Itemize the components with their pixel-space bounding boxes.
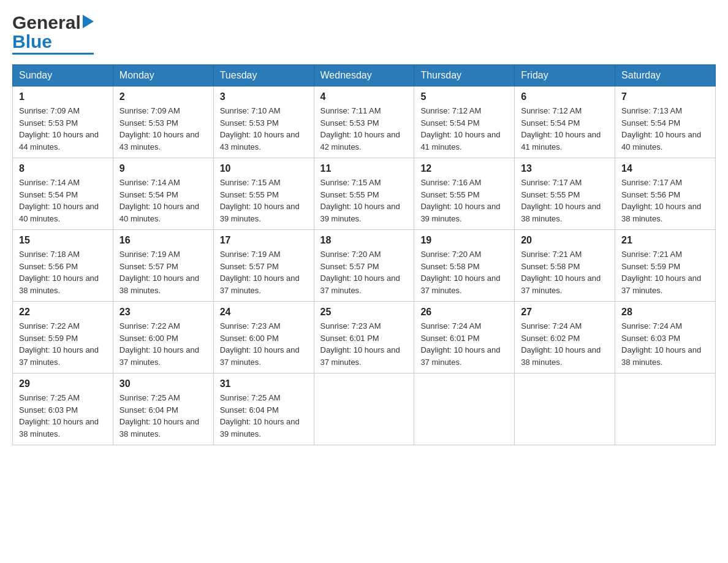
table-row — [615, 373, 716, 445]
table-row: 13 Sunrise: 7:17 AMSunset: 5:55 PMDaylig… — [515, 158, 615, 230]
day-number: 19 — [420, 235, 508, 246]
table-row — [515, 373, 615, 445]
day-info: Sunrise: 7:25 AMSunset: 6:04 PMDaylight:… — [220, 393, 300, 439]
logo-general-text: General — [12, 12, 81, 33]
table-row: 29 Sunrise: 7:25 AMSunset: 6:03 PMDaylig… — [13, 373, 113, 445]
day-info: Sunrise: 7:11 AMSunset: 5:53 PMDaylight:… — [320, 106, 400, 151]
svg-marker-0 — [83, 15, 94, 28]
table-row: 14 Sunrise: 7:17 AMSunset: 5:56 PMDaylig… — [615, 158, 716, 230]
table-row — [314, 373, 414, 445]
day-info: Sunrise: 7:09 AMSunset: 5:53 PMDaylight:… — [19, 106, 99, 151]
logo-blue-text: Blue — [12, 31, 52, 52]
day-info: Sunrise: 7:15 AMSunset: 5:55 PMDaylight:… — [320, 178, 400, 223]
calendar-week-row: 15 Sunrise: 7:18 AMSunset: 5:56 PMDaylig… — [13, 230, 716, 302]
logo-underline — [12, 53, 94, 55]
day-number: 17 — [220, 235, 308, 246]
day-info: Sunrise: 7:12 AMSunset: 5:54 PMDaylight:… — [521, 106, 601, 151]
day-number: 6 — [521, 91, 609, 102]
day-number: 5 — [420, 91, 508, 102]
day-info: Sunrise: 7:21 AMSunset: 5:59 PMDaylight:… — [621, 250, 701, 295]
header-sunday: Sunday — [13, 65, 113, 86]
calendar-week-row: 8 Sunrise: 7:14 AMSunset: 5:54 PMDayligh… — [13, 158, 716, 230]
day-number: 28 — [621, 307, 709, 318]
day-number: 15 — [19, 235, 107, 246]
table-row: 21 Sunrise: 7:21 AMSunset: 5:59 PMDaylig… — [615, 230, 716, 302]
table-row: 31 Sunrise: 7:25 AMSunset: 6:04 PMDaylig… — [213, 373, 314, 445]
table-row: 7 Sunrise: 7:13 AMSunset: 5:54 PMDayligh… — [615, 86, 716, 158]
day-info: Sunrise: 7:15 AMSunset: 5:55 PMDaylight:… — [220, 178, 300, 223]
day-number: 18 — [320, 235, 408, 246]
header-saturday: Saturday — [615, 65, 716, 86]
day-number: 22 — [19, 307, 107, 318]
day-info: Sunrise: 7:20 AMSunset: 5:57 PMDaylight:… — [320, 250, 400, 295]
day-number: 20 — [521, 235, 609, 246]
day-info: Sunrise: 7:09 AMSunset: 5:53 PMDaylight:… — [119, 106, 199, 151]
day-number: 9 — [119, 163, 207, 174]
page-header: General Blue — [12, 12, 716, 55]
header-thursday: Thursday — [414, 65, 515, 86]
table-row: 24 Sunrise: 7:23 AMSunset: 6:00 PMDaylig… — [213, 302, 314, 373]
day-info: Sunrise: 7:19 AMSunset: 5:57 PMDaylight:… — [220, 250, 300, 295]
day-number: 24 — [220, 307, 308, 318]
day-number: 31 — [220, 378, 308, 389]
table-row: 4 Sunrise: 7:11 AMSunset: 5:53 PMDayligh… — [314, 86, 414, 158]
day-info: Sunrise: 7:16 AMSunset: 5:55 PMDaylight:… — [420, 178, 500, 223]
day-number: 30 — [119, 378, 207, 389]
day-number: 12 — [420, 163, 508, 174]
table-row: 2 Sunrise: 7:09 AMSunset: 5:53 PMDayligh… — [113, 86, 213, 158]
table-row: 5 Sunrise: 7:12 AMSunset: 5:54 PMDayligh… — [414, 86, 515, 158]
day-info: Sunrise: 7:23 AMSunset: 6:00 PMDaylight:… — [220, 321, 300, 367]
day-info: Sunrise: 7:14 AMSunset: 5:54 PMDaylight:… — [119, 178, 199, 223]
table-row: 18 Sunrise: 7:20 AMSunset: 5:57 PMDaylig… — [314, 230, 414, 302]
header-tuesday: Tuesday — [213, 65, 314, 86]
table-row: 9 Sunrise: 7:14 AMSunset: 5:54 PMDayligh… — [113, 158, 213, 230]
table-row: 12 Sunrise: 7:16 AMSunset: 5:55 PMDaylig… — [414, 158, 515, 230]
calendar-table: Sunday Monday Tuesday Wednesday Thursday… — [12, 64, 716, 445]
table-row: 20 Sunrise: 7:21 AMSunset: 5:58 PMDaylig… — [515, 230, 615, 302]
table-row: 17 Sunrise: 7:19 AMSunset: 5:57 PMDaylig… — [213, 230, 314, 302]
day-info: Sunrise: 7:25 AMSunset: 6:03 PMDaylight:… — [19, 393, 99, 439]
day-number: 8 — [19, 163, 107, 174]
table-row: 15 Sunrise: 7:18 AMSunset: 5:56 PMDaylig… — [13, 230, 113, 302]
table-row: 30 Sunrise: 7:25 AMSunset: 6:04 PMDaylig… — [113, 373, 213, 445]
day-info: Sunrise: 7:24 AMSunset: 6:03 PMDaylight:… — [621, 321, 701, 367]
day-info: Sunrise: 7:19 AMSunset: 5:57 PMDaylight:… — [119, 250, 199, 295]
day-info: Sunrise: 7:21 AMSunset: 5:58 PMDaylight:… — [521, 250, 601, 295]
day-info: Sunrise: 7:20 AMSunset: 5:58 PMDaylight:… — [420, 250, 500, 295]
day-info: Sunrise: 7:13 AMSunset: 5:54 PMDaylight:… — [621, 106, 701, 151]
table-row: 6 Sunrise: 7:12 AMSunset: 5:54 PMDayligh… — [515, 86, 615, 158]
day-number: 21 — [621, 235, 709, 246]
day-number: 14 — [621, 163, 709, 174]
day-number: 11 — [320, 163, 408, 174]
day-number: 23 — [119, 307, 207, 318]
table-row: 1 Sunrise: 7:09 AMSunset: 5:53 PMDayligh… — [13, 86, 113, 158]
day-number: 4 — [320, 91, 408, 102]
day-info: Sunrise: 7:14 AMSunset: 5:54 PMDaylight:… — [19, 178, 99, 223]
table-row: 23 Sunrise: 7:22 AMSunset: 6:00 PMDaylig… — [113, 302, 213, 373]
day-number: 10 — [220, 163, 308, 174]
day-info: Sunrise: 7:24 AMSunset: 6:01 PMDaylight:… — [420, 321, 500, 367]
day-number: 2 — [119, 91, 207, 102]
day-number: 26 — [420, 307, 508, 318]
day-number: 29 — [19, 378, 107, 389]
day-number: 7 — [621, 91, 709, 102]
day-number: 3 — [220, 91, 308, 102]
day-number: 13 — [521, 163, 609, 174]
table-row: 16 Sunrise: 7:19 AMSunset: 5:57 PMDaylig… — [113, 230, 213, 302]
day-info: Sunrise: 7:22 AMSunset: 5:59 PMDaylight:… — [19, 321, 99, 367]
header-wednesday: Wednesday — [314, 65, 414, 86]
day-number: 27 — [521, 307, 609, 318]
table-row — [414, 373, 515, 445]
table-row: 11 Sunrise: 7:15 AMSunset: 5:55 PMDaylig… — [314, 158, 414, 230]
day-info: Sunrise: 7:12 AMSunset: 5:54 PMDaylight:… — [420, 106, 500, 151]
day-info: Sunrise: 7:24 AMSunset: 6:02 PMDaylight:… — [521, 321, 601, 367]
day-number: 16 — [119, 235, 207, 246]
day-info: Sunrise: 7:18 AMSunset: 5:56 PMDaylight:… — [19, 250, 99, 295]
day-info: Sunrise: 7:10 AMSunset: 5:53 PMDaylight:… — [220, 106, 300, 151]
day-number: 1 — [19, 91, 107, 102]
day-number: 25 — [320, 307, 408, 318]
table-row: 27 Sunrise: 7:24 AMSunset: 6:02 PMDaylig… — [515, 302, 615, 373]
calendar-header-row: Sunday Monday Tuesday Wednesday Thursday… — [13, 65, 716, 86]
table-row: 22 Sunrise: 7:22 AMSunset: 5:59 PMDaylig… — [13, 302, 113, 373]
day-info: Sunrise: 7:17 AMSunset: 5:56 PMDaylight:… — [621, 178, 701, 223]
